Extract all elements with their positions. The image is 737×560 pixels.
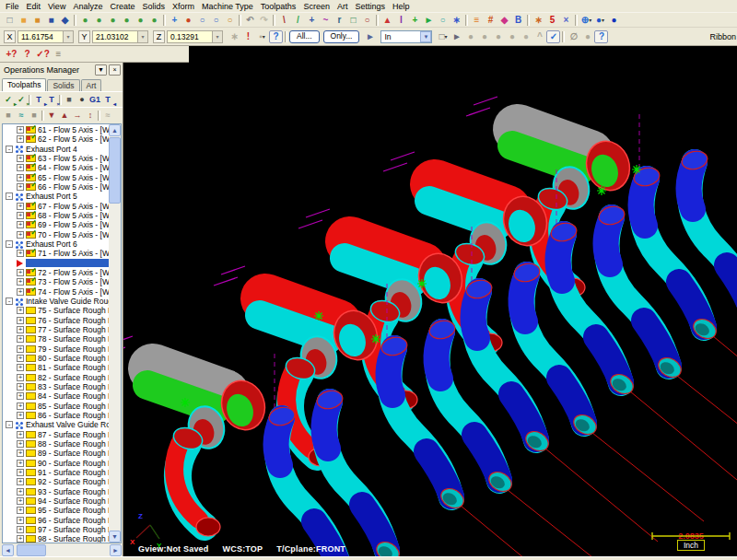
create-spline-icon[interactable]: ~	[319, 14, 333, 27]
create-point-icon[interactable]: +	[305, 14, 319, 27]
tree-expander[interactable]: +	[17, 460, 24, 467]
quick-mask-icon[interactable]: ►	[363, 30, 377, 43]
tree-expander[interactable]: +	[17, 345, 24, 353]
ghost-toolpath-icon[interactable]: ≈	[101, 110, 114, 122]
toolpath-list-icon[interactable]: ≡	[470, 14, 484, 27]
tree-expander[interactable]: +	[17, 231, 24, 239]
tree-operation-row[interactable]: +80 - Surface Rough Poc	[3, 354, 121, 363]
tree-group-row[interactable]: -Exhaust Port 6	[3, 239, 121, 249]
tree-expander[interactable]: +	[17, 183, 24, 191]
tree-expander[interactable]: +	[17, 497, 24, 505]
tree-expander[interactable]: +	[17, 431, 24, 438]
analyze-cursor-icon[interactable]: ?	[19, 48, 35, 61]
tree-expander[interactable]: +	[17, 526, 24, 533]
gview-bottom-icon[interactable]: ●	[147, 14, 161, 27]
scroll-thumb[interactable]	[109, 137, 121, 204]
tree-expander[interactable]: +	[17, 507, 24, 514]
xform-mirror-icon[interactable]: I	[394, 14, 408, 27]
graphics-viewport[interactable]: ZXY Gview:Not Saved WCS:TOP T/Cplane:FRO…	[123, 63, 737, 556]
dynamic-gnomon-icon[interactable]: +	[168, 14, 181, 27]
menu-solids[interactable]: Solids	[138, 1, 169, 12]
tree-expander[interactable]: +	[17, 374, 24, 381]
tree-expander[interactable]: +	[17, 517, 24, 524]
panel-menu-button[interactable]: ▼	[95, 64, 107, 76]
tree-operation-row[interactable]: +61 - Flow 5 Axis - [WCS	[3, 125, 121, 134]
create-line2-icon[interactable]: /	[291, 14, 305, 27]
tree-operation-row[interactable]: +91 - Surface Rough Poc	[3, 468, 121, 477]
g1-post-icon[interactable]: G1	[88, 94, 101, 106]
panel-close-button[interactable]: ×	[109, 64, 121, 76]
tree-expander[interactable]: +	[17, 488, 24, 496]
select-pointer-icon[interactable]: ►	[450, 30, 463, 43]
tree-operation-row[interactable]: +93 - Surface Rough Poc	[3, 486, 121, 496]
analyze-ruler-icon[interactable]: ≡	[51, 48, 66, 61]
lock-all-icon[interactable]: ■	[28, 110, 41, 122]
tree-expander[interactable]: +	[17, 135, 24, 143]
scroll-right-button[interactable]: ►	[110, 544, 122, 556]
xform-drag-icon[interactable]: ►	[422, 14, 436, 27]
tree-expander[interactable]: +	[17, 288, 24, 296]
tree-operation-row[interactable]: +72 - Flow 5 Axis - [WCS	[3, 268, 121, 277]
menu-machine-type[interactable]: Machine Type	[198, 1, 257, 12]
create-rect-icon[interactable]: □	[346, 14, 360, 27]
select-arc-icon[interactable]: ^	[532, 30, 546, 43]
validate-selection-icon[interactable]: ✓	[546, 30, 560, 43]
tree-operation-row[interactable]: +98 - Surface Rough Poc	[3, 534, 121, 543]
z-coordinate-label[interactable]: Z	[153, 30, 165, 43]
tree-vertical-scrollbar[interactable]: ▲ ▼	[109, 124, 121, 542]
autocursor-icon[interactable]: ▪▾	[255, 30, 269, 43]
tree-expander[interactable]: -	[6, 298, 13, 305]
redo-icon[interactable]: ↷	[257, 14, 271, 27]
viewport-3d-scene[interactable]: ZXY	[123, 63, 737, 556]
tree-operation-row[interactable]: +71 - Flow 5 Axis - [WCS	[3, 249, 121, 258]
screen-blank-icon[interactable]: ■	[63, 94, 76, 106]
analyze-position-icon[interactable]: +?	[4, 48, 19, 61]
tree-operation-row[interactable]: +69 - Flow 5 Axis - [WCS	[3, 220, 121, 229]
select-none-icon[interactable]: ∅	[567, 30, 580, 43]
tree-operation-row[interactable]: +82 - Surface Rough Poc	[3, 373, 121, 382]
tree-expander[interactable]: +	[17, 355, 24, 362]
tree-expander[interactable]: +	[17, 307, 24, 314]
tab-toolpaths[interactable]: Toolpaths	[2, 78, 46, 91]
tree-operation-row[interactable]: +64 - Flow 5 Axis - [WCS	[3, 163, 121, 172]
file-import-icon[interactable]: ■	[30, 14, 44, 27]
tree-expander[interactable]: -	[6, 192, 13, 200]
gview-iso-icon[interactable]: ●	[120, 14, 134, 27]
menu-view[interactable]: View	[44, 1, 69, 12]
menu-screen[interactable]: Screen	[299, 1, 333, 12]
tree-operation-row[interactable]: +78 - Surface Rough Poc	[3, 334, 121, 344]
tree-operation-row[interactable]: +67 - Flow 5 Axis - [WCS	[3, 202, 121, 211]
save-icon[interactable]: ■	[44, 14, 58, 27]
tree-expander[interactable]: +	[17, 317, 24, 324]
select-mask-icon[interactable]: ●	[505, 30, 519, 43]
y-coordinate-label[interactable]: Y	[78, 30, 90, 43]
select-all-operations-icon[interactable]: ✓▸	[2, 94, 15, 106]
move-down-icon[interactable]: ▼	[45, 110, 58, 122]
regen-selected-icon[interactable]: T▸	[32, 94, 45, 106]
menu-help[interactable]: Help	[389, 1, 414, 12]
tree-operation-row[interactable]: +84 - Surface Rough Poc	[3, 391, 121, 401]
toolpath-grid-icon[interactable]: #	[484, 14, 497, 27]
toolpath-edit-icon[interactable]: T◂	[101, 94, 114, 106]
xform-add-icon[interactable]: +	[408, 14, 422, 27]
scroll-thumb-horizontal[interactable]	[17, 544, 46, 556]
step-5-icon[interactable]: 5	[545, 14, 559, 27]
x-coordinate-dropdown[interactable]: ▾	[64, 30, 74, 43]
tree-expander[interactable]: +	[17, 155, 24, 162]
select-only-button[interactable]: Only...	[323, 30, 360, 43]
create-arc-icon[interactable]: ○	[360, 14, 374, 27]
x-coordinate-label[interactable]: X	[4, 30, 16, 43]
tree-expander[interactable]: -	[6, 240, 13, 248]
tree-operation-row[interactable]: +76 - Surface Rough Poc	[3, 316, 121, 325]
tree-expander[interactable]: +	[17, 392, 24, 400]
select-last-icon[interactable]: ●	[519, 30, 532, 43]
zoom-window-icon[interactable]: ○	[195, 14, 209, 27]
tree-operation-row[interactable]: +90 - Surface Rough Poc	[3, 458, 121, 467]
menu-xform[interactable]: Xform	[169, 1, 198, 12]
fastpoint-icon[interactable]: ∗	[228, 30, 241, 43]
tree-operation-row[interactable]: +83 - Surface Rough Poc	[3, 382, 121, 391]
xform-delete-icon[interactable]: ▲	[380, 14, 394, 27]
tree-operation-row[interactable]: +85 - Surface Rough Poc	[3, 402, 121, 411]
scroll-insert-icon[interactable]: ↕	[84, 110, 97, 122]
tree-operation-row[interactable]: +87 - Surface Rough Poc	[3, 430, 121, 439]
